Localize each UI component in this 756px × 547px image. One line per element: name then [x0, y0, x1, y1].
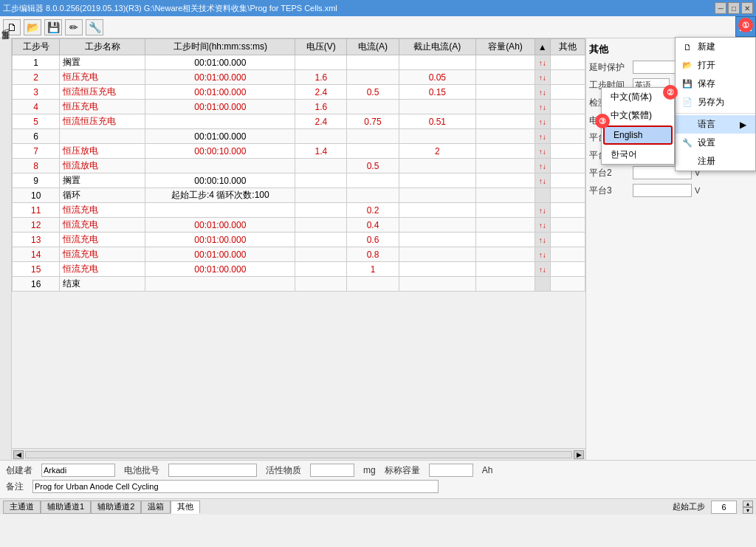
col-header-voltage: 电压(V) — [295, 39, 347, 55]
open-button[interactable]: 📂 — [24, 19, 41, 35]
start-step-input[interactable] — [711, 500, 737, 514]
edit-button[interactable]: ✏ — [65, 19, 83, 35]
scroll-track[interactable] — [25, 451, 572, 458]
table-row[interactable]: 11恒流充电0.2↑↓ — [13, 203, 585, 218]
cell-current — [347, 173, 399, 188]
cell-voltage — [295, 203, 347, 218]
minimize-button[interactable]: ─ — [715, 2, 726, 14]
cell-step-num: 3 — [13, 85, 60, 100]
cell-capacity — [476, 218, 535, 233]
new-icon: 🗋 — [681, 41, 693, 53]
table-row[interactable]: 13恒流充电00:01:00.0000.6↑↓ — [13, 233, 585, 247]
cell-icon: ↑↓ — [535, 100, 550, 114]
table-area: 工步号 工步名称 工步时间(hh:mm:ss:ms) 电压(V) 电流(A) 截… — [12, 38, 586, 460]
tab-aux2[interactable]: 辅助通道2 — [91, 500, 141, 514]
lang-english-label: English — [614, 130, 642, 140]
cell-step-time — [145, 159, 295, 173]
cell-cutoff: 0.51 — [399, 114, 476, 129]
menu-settings[interactable]: 🔧 设置 — [676, 134, 755, 152]
menu-language[interactable]: 语言 ▶ — [676, 115, 755, 134]
cell-icon: ↑↓ — [535, 233, 550, 247]
lang-english[interactable]: English — [603, 125, 673, 145]
table-row[interactable]: 14恒流充电00:01:00.0000.8↑↓ — [13, 247, 585, 262]
spinner-down[interactable]: ▼ — [743, 507, 753, 514]
main-menu-dropdown: 🗋 新建 📂 打开 💾 保存 📄 另存为 语言 ▶ 🔧 设置 注册 — [675, 37, 756, 171]
cell-step-name: 循环 — [60, 188, 145, 203]
cell-cutoff — [399, 203, 476, 218]
platform2-label: 平台2 — [589, 167, 630, 179]
tab-temp[interactable]: 温箱 — [141, 500, 171, 514]
table-row[interactable]: 12恒流充电00:01:00.0000.4↑↓ — [13, 218, 585, 233]
cell-cutoff — [399, 100, 476, 114]
language-submenu: 中文(简体) 中文(繁體) English 한국어 — [601, 87, 675, 165]
cell-icon: ↑↓ — [535, 144, 550, 159]
title-text: 工步编辑器 8.0.0.256(2019.05.13)(R3) G:\Newar… — [3, 3, 337, 14]
status-bar: 创建者 电池批号 活性物质 mg 标称容量 Ah 备注 — [0, 460, 756, 498]
note-input[interactable] — [32, 480, 439, 493]
table-row[interactable]: 600:01:00.000↑↓ — [13, 129, 585, 144]
cell-voltage — [295, 218, 347, 233]
cell-other — [550, 129, 585, 144]
saveas-icon: 📄 — [681, 97, 693, 109]
menu-save-label: 保存 — [698, 78, 715, 90]
batch-input[interactable] — [168, 464, 257, 477]
table-row[interactable]: 2恒压充电00:01:00.0001.60.05↑↓ — [13, 70, 585, 85]
annotation-2: ② — [663, 85, 678, 100]
creator-input[interactable] — [41, 464, 115, 477]
cell-step-time: 00:01:00.000 — [145, 233, 295, 247]
save-button[interactable]: 💾 — [44, 19, 62, 35]
lang-korean[interactable]: 한국어 — [602, 145, 674, 164]
cell-step-time — [145, 114, 295, 129]
capacity-input[interactable] — [429, 464, 473, 477]
cell-capacity — [476, 247, 535, 262]
scroll-left-button[interactable]: ◀ — [13, 450, 24, 459]
horizontal-scrollbar[interactable]: ◀ ▶ — [12, 448, 585, 460]
cell-cutoff — [399, 129, 476, 144]
table-row[interactable]: 1搁置00:01:00.000↑↓ — [13, 55, 585, 70]
table-row[interactable]: 4恒压充电00:01:00.0001.6↑↓ — [13, 100, 585, 114]
cell-current — [347, 188, 399, 203]
new-button[interactable]: 🗋 — [3, 19, 21, 35]
active-input[interactable] — [310, 464, 354, 477]
spinner-up[interactable]: ▲ — [743, 500, 753, 507]
table-row[interactable]: 7恒压放电00:00:10.0001.42↑↓ — [13, 144, 585, 159]
cell-step-time: 00:01:00.000 — [145, 85, 295, 100]
menu-register[interactable]: 注册 — [676, 152, 755, 171]
cell-step-time: 00:01:00.000 — [145, 100, 295, 114]
table-row[interactable]: 8恒流放电0.5↑↓ — [13, 159, 585, 173]
platform3-unit: V — [695, 186, 700, 195]
tab-main[interactable]: 主通道 — [3, 500, 41, 514]
table-row[interactable]: 9搁置00:00:10.000↑↓ — [13, 173, 585, 188]
tab-other[interactable]: 其他 — [171, 500, 200, 514]
menu-open[interactable]: 📂 打开 — [676, 56, 755, 75]
settings-button[interactable]: 🔧 — [86, 19, 103, 35]
close-button[interactable]: ✕ — [741, 2, 753, 14]
platform3-input[interactable] — [633, 184, 692, 197]
table-row[interactable]: 3恒流恒压充电00:01:00.0002.40.50.15↑↓ — [13, 85, 585, 100]
table-row[interactable]: 16结束 — [13, 277, 585, 292]
capacity-unit: Ah — [482, 465, 493, 475]
table-row[interactable]: 5恒流恒压充电2.40.750.51↑↓ — [13, 114, 585, 129]
tab-aux1[interactable]: 辅助通道1 — [41, 500, 91, 514]
cell-capacity — [476, 144, 535, 159]
cell-other — [550, 233, 585, 247]
cell-capacity — [476, 262, 535, 277]
lang-traditional[interactable]: 中文(繁體) — [602, 106, 674, 125]
maximize-button[interactable]: □ — [728, 2, 740, 14]
open-icon: 📂 — [681, 60, 693, 72]
table-row[interactable]: 15恒流充电00:01:00.0001↑↓ — [13, 262, 585, 277]
table-row[interactable]: 10循环起始工步:4 循环次数:100 — [13, 188, 585, 203]
menu-new[interactable]: 🗋 新建 — [676, 38, 755, 56]
cell-capacity — [476, 85, 535, 100]
cell-step-time: 起始工步:4 循环次数:100 — [145, 188, 295, 203]
menu-saveas[interactable]: 📄 另存为 — [676, 93, 755, 111]
menu-save[interactable]: 💾 保存 — [676, 75, 755, 93]
cell-step-name: 结束 — [60, 277, 145, 292]
title-bar: 工步编辑器 8.0.0.256(2019.05.13)(R3) G:\Newar… — [0, 0, 756, 16]
col-header-current: 电流(A) — [347, 39, 399, 55]
cell-current — [347, 277, 399, 292]
cell-capacity — [476, 277, 535, 292]
cell-step-num: 5 — [13, 114, 60, 129]
scroll-right-button[interactable]: ▶ — [574, 450, 584, 459]
cell-cutoff: 2 — [399, 144, 476, 159]
